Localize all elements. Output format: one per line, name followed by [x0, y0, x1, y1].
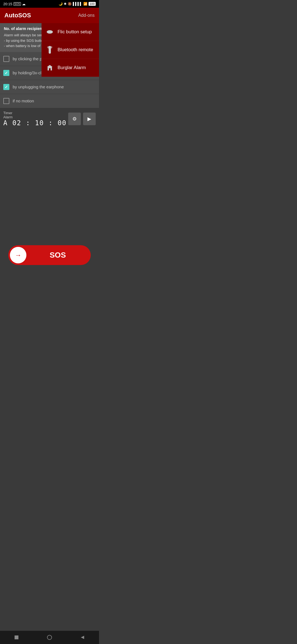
play-icon: ▶ — [87, 116, 91, 122]
main-content: No. of alarm recipients: 6 Alarm will al… — [0, 23, 99, 240]
muted-icon: 🔕 — [68, 2, 72, 6]
timer-section: TimerAlarm A 02 : 10 : 00 ⚙ ▶ — [0, 108, 99, 130]
app-title: AutoSOS — [4, 12, 31, 19]
flic-label: Flic button setup — [57, 29, 92, 35]
dropdown-bluetooth[interactable]: Bluetooth remote — [42, 41, 99, 59]
bluetooth-icon: ✱ — [64, 2, 67, 6]
dropdown-flic[interactable]: Flic button setup — [42, 23, 99, 41]
timer-info: TimerAlarm A 02 : 10 : 00 — [3, 111, 67, 127]
wifi-icon: 📶 — [83, 2, 87, 6]
burglar-label: Burglar Alarm — [57, 65, 86, 70]
dropdown-burglar[interactable]: Burglar Alarm — [42, 59, 99, 77]
gear-icon: ⚙ — [72, 116, 77, 122]
status-bar: 20:15 SOS ☁ 🌙 ✱ 🔕 ▌▌▌▌ 📶 100 — [0, 0, 99, 8]
sos-button[interactable]: → SOS — [8, 245, 91, 265]
checkbox-power[interactable] — [3, 56, 9, 62]
burglar-icon — [46, 64, 54, 72]
bluetooth-remote-label: Bluetooth remote — [57, 47, 93, 53]
timer-label: TimerAlarm — [3, 111, 67, 119]
checkbox-label-motion: if no motion — [13, 99, 34, 103]
timer-play-button[interactable]: ▶ — [83, 113, 96, 125]
svg-rect-2 — [49, 68, 51, 70]
sos-area: → SOS — [0, 240, 99, 287]
timer-value: A 02 : 10 : 00 — [3, 119, 67, 127]
checkbox-earphone[interactable] — [3, 84, 9, 90]
sos-label: SOS — [26, 251, 89, 260]
arrow-icon: → — [15, 251, 21, 259]
svg-point-0 — [47, 30, 53, 34]
status-left: 20:15 SOS ☁ — [3, 2, 26, 6]
time-display: 20:15 — [3, 2, 12, 6]
top-row: No. of alarm recipients: 6 Alarm will al… — [0, 23, 99, 108]
auto-sos-icon: SOS — [13, 2, 21, 6]
bluetooth-remote-icon — [46, 46, 54, 54]
status-right: 🌙 ✱ 🔕 ▌▌▌▌ 📶 100 — [59, 2, 96, 6]
checkbox-motion[interactable] — [3, 98, 9, 104]
checkbox-volume[interactable] — [3, 70, 9, 76]
moon-icon: 🌙 — [59, 2, 63, 6]
scroll-area — [0, 130, 99, 240]
sos-arrow-circle: → — [10, 247, 26, 263]
checkbox-row-earphone[interactable]: by unplugging the earphone — [0, 80, 99, 94]
signal-icon: ▌▌▌▌ — [73, 2, 82, 6]
timer-settings-button[interactable]: ⚙ — [68, 113, 81, 125]
dropdown-menu[interactable]: Flic button setup Bluetooth remote — [42, 23, 99, 77]
app-bar: AutoSOS Add-ons — [0, 8, 99, 23]
timer-buttons: ⚙ ▶ — [68, 113, 96, 125]
checkbox-row-motion[interactable]: if no motion — [0, 94, 99, 108]
flic-icon — [46, 28, 54, 36]
checkbox-label-earphone: by unplugging the earphone — [13, 84, 64, 89]
battery-icon: 100 — [89, 2, 96, 6]
addons-menu[interactable]: Add-ons — [78, 13, 95, 18]
cloud-icon: ☁ — [22, 2, 26, 6]
